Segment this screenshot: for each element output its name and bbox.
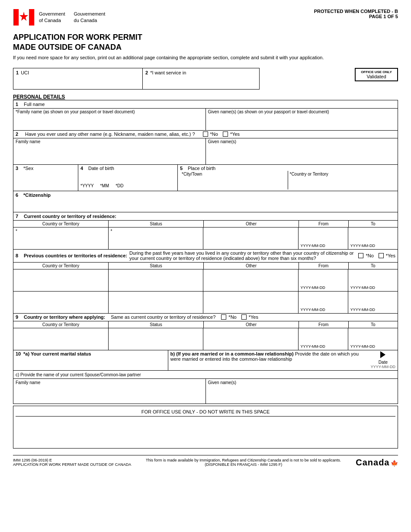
fullname-header: 1 Full name	[13, 100, 398, 109]
current-country-block: 7 Current country or territory of reside…	[13, 212, 398, 250]
form-title: APPLICATION FOR WORK PERMIT MADE OUTSIDE…	[13, 32, 398, 53]
dob-inputs: *YYYY *MM *DD	[80, 171, 175, 188]
other-names-header: 2 Have you ever used any other name (e.g…	[13, 130, 398, 138]
cur-other-input[interactable]	[203, 228, 299, 249]
family-name-input[interactable]	[13, 115, 206, 130]
personal-details-section: PERSONAL DETAILS 1 Full name *Family nam…	[13, 94, 398, 449]
yes-checkbox[interactable]	[223, 131, 228, 137]
country-cell: *Country or Territory	[288, 171, 396, 189]
page-footer: IMM 1295 (06-2019) E APPLICATION FOR WOR…	[13, 455, 398, 468]
cur-to-input[interactable]: YYYY-MM-DD	[348, 228, 398, 249]
row345-block: 3 *Sex 4 Date of birth *YYYY *MM *DD 5 P…	[13, 164, 398, 191]
marital-a-input[interactable]	[16, 356, 166, 367]
footer-left: IMM 1295 (06-2019) E APPLICATION FOR WOR…	[13, 458, 131, 467]
office-only-title: FOR OFFICE USE ONLY - DO NOT WRITE IN TH…	[16, 407, 395, 417]
marital-c-names: Family name Given name(s)	[13, 379, 398, 404]
prev2-status-input[interactable]	[109, 292, 204, 313]
logo-area: Government of Canada Gouvernement du Can…	[13, 9, 105, 26]
sex-input[interactable]	[16, 171, 76, 188]
spouse-family-input[interactable]	[16, 385, 203, 402]
city-input[interactable]	[182, 176, 286, 189]
applying-to-input[interactable]: YYYY-MM-DD	[348, 328, 398, 350]
other-family-input[interactable]	[13, 145, 206, 164]
office-only-box: FOR OFFICE USE ONLY - DO NOT WRITE IN TH…	[13, 406, 398, 449]
canada-flag-logo	[13, 9, 35, 26]
citizenship-input[interactable]	[23, 198, 395, 211]
applying-from-input[interactable]: YYYY-MM-DD	[299, 328, 348, 350]
cur-country-input[interactable]: *	[13, 228, 109, 249]
applying-status-input[interactable]	[109, 328, 204, 350]
form-name-footer: APPLICATION FOR WORK PERMIT MADE OUTSIDE…	[13, 462, 131, 467]
canada-trademark-icon: 🍁	[391, 460, 398, 467]
personal-details-header: PERSONAL DETAILS	[13, 94, 398, 100]
office-use-box: OFFICE USE ONLY Validated	[355, 68, 398, 81]
svg-rect-0	[13, 9, 19, 26]
service-field[interactable]: 2 *I want service in	[143, 68, 260, 90]
gov-names: Government of Canada Gouvernement du Can…	[39, 11, 105, 24]
prev2-from-input[interactable]: YYYY-MM-DD	[299, 292, 348, 313]
pob-inputs: *City/Town *Country or Territory	[180, 171, 395, 189]
no-checkbox[interactable]	[203, 131, 208, 137]
top-fields-row: 1 UCI 2 *I want service in OFFICE USE ON…	[13, 68, 398, 90]
applying-data-row: YYYY-MM-DD YYYY-MM-DD	[13, 328, 398, 350]
prev-data-row-2: YYYY-MM-DD YYYY-MM-DD	[13, 292, 398, 313]
form-number: IMM 1295 (06-2019) E	[13, 458, 131, 462]
gov-name-fr: Gouvernement du Canada	[74, 11, 106, 24]
other-given-input[interactable]	[206, 145, 398, 164]
applying-country-block: 9 Country or territory where applying: S…	[13, 313, 398, 350]
prev-no-checkbox[interactable]	[358, 253, 363, 258]
marital-b-arrow-date: Date YYYY-MM-DD	[371, 351, 395, 369]
title-section: APPLICATION FOR WORK PERMIT MADE OUTSIDE…	[13, 32, 398, 60]
other-given-col: Given name(s)	[206, 138, 398, 164]
cur-from-input[interactable]: YYYY-MM-DD	[299, 228, 348, 249]
svg-rect-1	[29, 9, 34, 26]
prev1-other-input[interactable]	[203, 269, 299, 291]
other-names-body: Family name Given name(s)	[13, 138, 398, 164]
prev2-to-input[interactable]: YYYY-MM-DD	[348, 292, 398, 313]
prev1-to-input[interactable]: YYYY-MM-DD	[348, 269, 398, 291]
marital-block: 10 *a) Your current marital status b) (I…	[13, 350, 398, 404]
current-country-col-headers: Country or Territory Status Other From T…	[13, 221, 398, 228]
uci-label: UCI	[21, 70, 29, 75]
spouse-family-cell: Family name	[13, 379, 206, 404]
spouse-given-input[interactable]	[208, 385, 396, 402]
given-name-input[interactable]	[206, 115, 398, 130]
marital-b-text: b) (If you are married or in a common-la…	[170, 351, 367, 362]
marital-c-row: c) Provide the name of your current Spou…	[13, 371, 398, 404]
uci-field-number: 1	[16, 70, 19, 75]
prev-col-headers: Country or Territory Status Other From T…	[13, 263, 398, 269]
prev1-status-input[interactable]	[109, 269, 204, 291]
footer-center: This form is made available by Immigrati…	[146, 458, 341, 467]
prev2-other-input[interactable]	[203, 292, 299, 313]
office-only-space	[16, 417, 395, 447]
applying-yes-checkbox[interactable]	[241, 314, 247, 320]
page-header: Government of Canada Gouvernement du Can…	[13, 9, 398, 26]
marital-a-cell: 10 *a) Your current marital status	[13, 350, 168, 370]
prev1-country-input[interactable]	[13, 269, 109, 291]
citizenship-block: 6 *Citizenship	[13, 191, 398, 212]
family-name-col: *Family name (as shown on your passport …	[13, 109, 206, 130]
sex-cell: 3 *Sex	[13, 164, 78, 191]
current-country-data-row: * * YYYY-MM-DD YYYY-MM-DD	[13, 228, 398, 249]
marital-ab-row: 10 *a) Your current marital status b) (I…	[13, 350, 398, 371]
marital-b-cell: b) (If you are married or in a common-la…	[168, 350, 398, 370]
canada-wordmark: Canada 🍁	[356, 458, 398, 468]
prev1-from-input[interactable]: YYYY-MM-DD	[299, 269, 348, 291]
applying-no-checkbox[interactable]	[221, 314, 226, 320]
page-number: PAGE 1 OF 5	[314, 14, 398, 19]
fullname-cols: *Family name (as shown on your passport …	[13, 109, 398, 130]
current-country-header: 7 Current country or territory of reside…	[13, 212, 398, 221]
prev-countries-block: 8 Previous countries or territories of r…	[13, 249, 398, 314]
prev2-country-input[interactable]	[13, 292, 109, 313]
country-input[interactable]	[290, 176, 394, 189]
applying-other-input[interactable]	[203, 328, 299, 350]
cur-status-input[interactable]: *	[109, 228, 204, 249]
uci-field[interactable]: 1 UCI	[13, 68, 143, 90]
service-field-number: 2	[145, 70, 148, 75]
applying-country-input[interactable]	[13, 328, 109, 350]
pob-cell: 5 Place of birth *City/Town *Country or …	[178, 164, 398, 191]
prev-yes-checkbox[interactable]	[379, 253, 384, 258]
dob-cell: 4 Date of birth *YYYY *MM *DD	[78, 164, 178, 191]
office-use-title: OFFICE USE ONLY	[358, 70, 395, 74]
city-cell: *City/Town	[180, 171, 288, 189]
